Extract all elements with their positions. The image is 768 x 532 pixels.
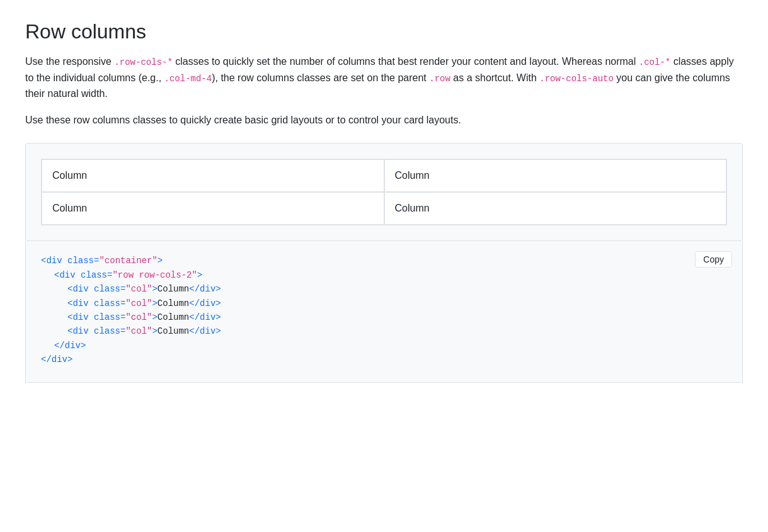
demo-col-3: Column [42, 192, 384, 225]
code-row-cols: .row-cols-* [114, 57, 172, 67]
code-line-3: <div class="col">Column</div> [41, 282, 727, 296]
code-line-4: <div class="col">Column</div> [41, 297, 727, 310]
code-line-8: </div> [41, 353, 727, 366]
code-line-6: <div class="col">Column</div> [41, 324, 727, 338]
demo-preview: Column Column Column Column [25, 143, 743, 241]
code-section: Copy <div class="container"> <div class=… [25, 241, 743, 382]
description-1: Use the responsive .row-cols-* classes t… [25, 54, 743, 102]
code-line-5: <div class="col">Column</div> [41, 310, 727, 324]
demo-col-1: Column [42, 159, 384, 192]
copy-button[interactable]: Copy [695, 251, 732, 268]
description-2: Use these row columns classes to quickly… [25, 112, 743, 128]
code-col-md-4: .col-md-4 [164, 74, 212, 84]
code-row-cols-auto: .row-cols-auto [539, 74, 614, 84]
code-row: .row [429, 74, 450, 84]
demo-col-4: Column [384, 192, 727, 225]
code-col: .col-* [639, 57, 670, 67]
code-line-7: </div> [41, 339, 727, 353]
demo-grid: Column Column Column Column [41, 159, 727, 225]
page-title: Row columns [25, 20, 743, 43]
code-block: <div class="container"> <div class="row … [41, 254, 727, 366]
code-line-1: <div class="container"> [41, 254, 727, 268]
code-line-2: <div class="row row-cols-2"> [41, 268, 727, 282]
demo-col-2: Column [384, 159, 727, 192]
